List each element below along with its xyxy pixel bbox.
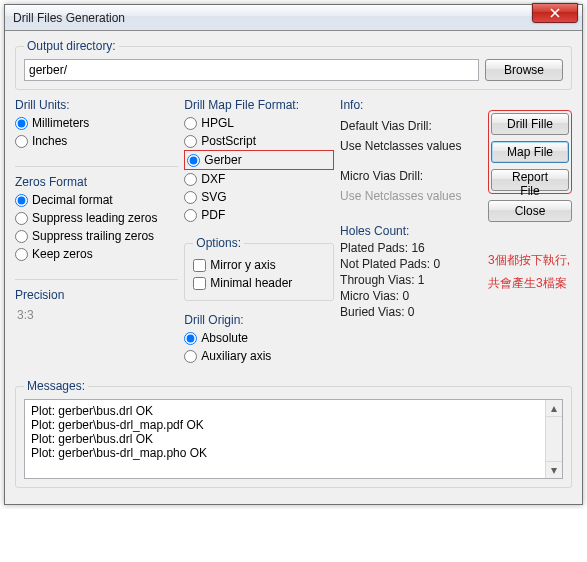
messages-scrollbar[interactable]: ▴ ▾ bbox=[545, 400, 562, 478]
scroll-up-icon[interactable]: ▴ bbox=[546, 400, 562, 417]
precision-group: Precision 3:3 bbox=[15, 286, 178, 330]
default-vias-label: Default Vias Drill: bbox=[340, 118, 482, 134]
radio-suppress-leading[interactable]: Suppress leading zeros bbox=[15, 209, 178, 227]
check-minimal-header[interactable]: Minimal header bbox=[193, 274, 325, 292]
zeros-format-label: Zeros Format bbox=[15, 175, 178, 189]
message-line: Plot: gerber\bus-drl_map.pdf OK bbox=[31, 418, 556, 432]
precision-label: Precision bbox=[15, 288, 178, 302]
window-title: Drill Files Generation bbox=[13, 11, 125, 25]
drill-units-group: Drill Units: Millimeters Inches bbox=[15, 96, 178, 154]
radio-dxf[interactable]: DXF bbox=[184, 170, 334, 188]
use-netclasses-2: Use Netclasses values bbox=[340, 188, 482, 204]
drill-origin-group: Drill Origin: Absolute Auxiliary axis bbox=[184, 311, 334, 369]
radio-postscript[interactable]: PostScript bbox=[184, 132, 334, 150]
zeros-format-group: Zeros Format Decimal format Suppress lea… bbox=[15, 173, 178, 267]
use-netclasses-1: Use Netclasses values bbox=[340, 138, 482, 154]
messages-textbox[interactable]: Plot: gerber\bus.drl OK Plot: gerber\bus… bbox=[24, 399, 563, 479]
output-directory-group: Output directory: Browse bbox=[15, 39, 572, 90]
plated-pads: Plated Pads: 16 bbox=[340, 240, 482, 256]
radio-gerber[interactable]: Gerber bbox=[184, 150, 334, 170]
output-directory-label: Output directory: bbox=[24, 39, 119, 53]
precision-value: 3:3 bbox=[15, 304, 178, 326]
map-file-button[interactable]: Map File bbox=[491, 141, 569, 163]
scroll-down-icon[interactable]: ▾ bbox=[546, 461, 562, 478]
check-mirror-y[interactable]: Mirror y axis bbox=[193, 256, 325, 274]
radio-suppress-trailing[interactable]: Suppress trailing zeros bbox=[15, 227, 178, 245]
drill-map-format-label: Drill Map File Format: bbox=[184, 98, 334, 112]
annotation-line1: 3個都按下執行, bbox=[488, 252, 572, 269]
through-vias: Through Vias: 1 bbox=[340, 272, 482, 288]
messages-group: Messages: Plot: gerber\bus.drl OK Plot: … bbox=[15, 379, 572, 488]
options-group: Options: Mirror y axis Minimal header bbox=[184, 236, 334, 301]
message-line: Plot: gerber\bus.drl OK bbox=[31, 432, 556, 446]
report-file-button[interactable]: Report File bbox=[491, 169, 569, 191]
browse-button[interactable]: Browse bbox=[485, 59, 563, 81]
radio-hpgl[interactable]: HPGL bbox=[184, 114, 334, 132]
radio-pdf[interactable]: PDF bbox=[184, 206, 334, 224]
info-label: Info: bbox=[340, 98, 482, 112]
options-label: Options: bbox=[193, 236, 244, 250]
titlebar[interactable]: Drill Files Generation bbox=[5, 5, 582, 31]
drill-map-format-group: Drill Map File Format: HPGL PostScript G… bbox=[184, 96, 334, 228]
not-plated-pads: Not Plated Pads: 0 bbox=[340, 256, 482, 272]
close-button[interactable]: Close bbox=[488, 200, 572, 222]
messages-label: Messages: bbox=[24, 379, 88, 393]
drill-units-label: Drill Units: bbox=[15, 98, 178, 112]
radio-svg[interactable]: SVG bbox=[184, 188, 334, 206]
radio-inches[interactable]: Inches bbox=[15, 132, 178, 150]
message-line: Plot: gerber\bus.drl OK bbox=[31, 404, 556, 418]
annotation-line2: 共會產生3檔案 bbox=[488, 275, 572, 292]
window-close-button[interactable] bbox=[532, 3, 578, 23]
close-icon bbox=[550, 8, 560, 18]
radio-absolute[interactable]: Absolute bbox=[184, 329, 334, 347]
holes-count-group: Holes Count: Plated Pads: 16 Not Plated … bbox=[340, 222, 482, 324]
radio-auxiliary-axis[interactable]: Auxiliary axis bbox=[184, 347, 334, 365]
output-directory-input[interactable] bbox=[24, 59, 479, 81]
buried-vias: Buried Vias: 0 bbox=[340, 304, 482, 320]
drill-file-button[interactable]: Drill Fille bbox=[491, 113, 569, 135]
message-line: Plot: gerber\bus-drl_map.pho OK bbox=[31, 446, 556, 460]
micro-vias-label: Micro Vias Drill: bbox=[340, 168, 482, 184]
holes-count-label: Holes Count: bbox=[340, 224, 482, 238]
micro-vias: Micro Vias: 0 bbox=[340, 288, 482, 304]
drill-origin-label: Drill Origin: bbox=[184, 313, 334, 327]
radio-decimal-format[interactable]: Decimal format bbox=[15, 191, 178, 209]
dialog-content: Output directory: Browse Drill Units: Mi… bbox=[5, 31, 582, 504]
radio-millimeters[interactable]: Millimeters bbox=[15, 114, 178, 132]
dialog-window: Drill Files Generation Output directory:… bbox=[4, 4, 583, 505]
radio-keep-zeros[interactable]: Keep zeros bbox=[15, 245, 178, 263]
